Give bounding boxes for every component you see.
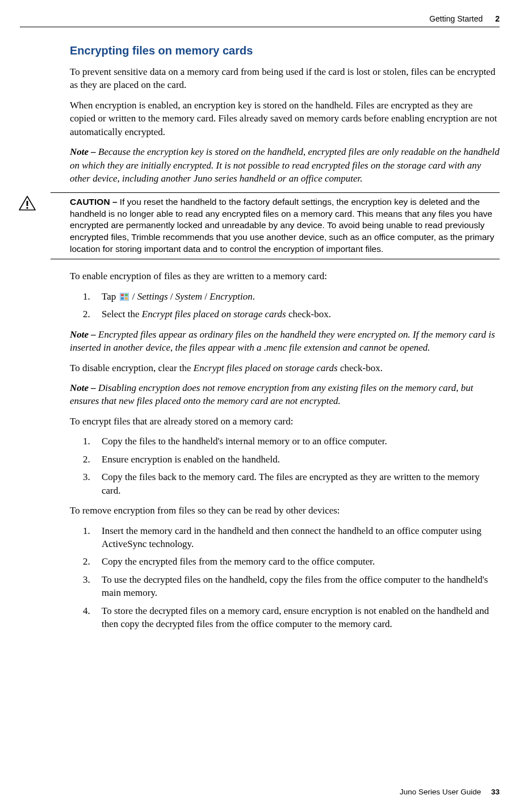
list-item: Insert the memory card in the handheld a… — [93, 524, 500, 551]
note-text: Encrypted files appear as ordinary files… — [70, 329, 495, 353]
list-item: Copy the encrypted files from the memory… — [93, 555, 500, 568]
ordered-list: Tap / Settings / System / Encryption. Se… — [77, 290, 500, 321]
caution-label: CAUTION – — [70, 197, 120, 207]
body-paragraph: To disable encryption, clear the Encrypt… — [70, 361, 500, 375]
running-header: Getting Started 2 — [65, 14, 500, 23]
page-footer: Juno Series User Guide 33 — [400, 788, 500, 796]
note-block: Note – Because the encryption key is sto… — [70, 145, 500, 185]
ordered-list: Insert the memory card in the handheld a… — [77, 524, 500, 631]
list-item: Copy the files to the handheld's interna… — [93, 435, 500, 448]
warning-icon — [19, 196, 36, 214]
header-section: Getting Started — [429, 14, 483, 23]
caution-text: If you reset the handheld to the factory… — [70, 197, 495, 254]
ordered-list: Copy the files to the handheld's interna… — [77, 435, 500, 497]
svg-rect-4 — [125, 294, 128, 296]
list-item: Copy the files back to the memory card. … — [93, 470, 500, 497]
list-item: To use the decrypted files on the handhe… — [93, 573, 500, 600]
note-label: Note – — [70, 382, 98, 393]
caution-block: CAUTION – If you reset the handheld to t… — [51, 192, 500, 260]
svg-rect-3 — [121, 294, 124, 296]
note-text: Disabling encryption does not remove enc… — [70, 382, 473, 406]
list-item: Tap / Settings / System / Encryption. — [93, 290, 500, 303]
list-item: Select the Encrypt files placed on stora… — [93, 308, 500, 321]
list-item: To store the decrypted files on a memory… — [93, 604, 500, 631]
svg-rect-5 — [121, 297, 124, 300]
body-paragraph: When encryption is enabled, an encryptio… — [70, 99, 500, 138]
list-item: Ensure encryption is enabled on the hand… — [93, 453, 500, 466]
svg-rect-6 — [125, 297, 128, 300]
body-paragraph: To enable encryption of files as they ar… — [70, 270, 500, 283]
header-rule — [20, 27, 500, 27]
body-paragraph: To remove encryption from files so they … — [70, 504, 500, 517]
windows-start-icon — [120, 291, 129, 299]
note-label: Note – — [70, 329, 98, 340]
header-chapter-number: 2 — [495, 14, 500, 23]
note-label: Note – — [70, 146, 98, 157]
footer-doc-title: Juno Series User Guide — [400, 788, 481, 796]
note-text: Because the encryption key is stored on … — [70, 146, 500, 184]
body-paragraph: To prevent sensitive data on a memory ca… — [70, 65, 500, 92]
body-paragraph: To encrypt files that are already stored… — [70, 415, 500, 428]
svg-rect-0 — [27, 201, 28, 206]
svg-rect-1 — [27, 207, 28, 209]
note-block: Note – Disabling encryption does not rem… — [70, 381, 500, 408]
page-number: 33 — [491, 788, 500, 796]
note-block: Note – Encrypted files appear as ordinar… — [70, 328, 500, 355]
section-heading: Encrypting files on memory cards — [70, 44, 500, 57]
